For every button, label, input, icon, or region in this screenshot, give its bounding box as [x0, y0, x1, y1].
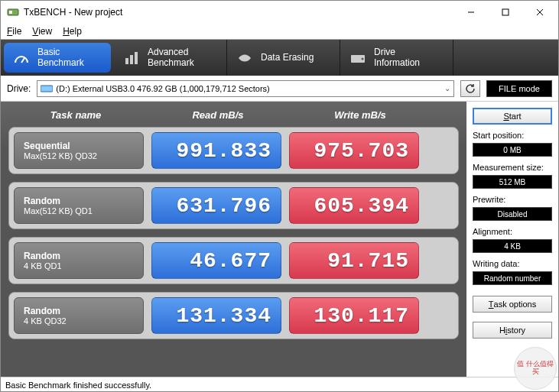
svg-rect-9 [135, 52, 138, 64]
file-mode-button[interactable]: FILE mode [486, 80, 552, 97]
drive-icon [348, 48, 368, 68]
alignment-value[interactable]: 4 KB [473, 239, 552, 253]
header-task: Task name [8, 109, 143, 121]
write-value: 605.394 [289, 187, 419, 224]
tab-label: DriveInformation [374, 47, 420, 69]
task-options-button[interactable]: Task options [473, 296, 552, 313]
menu-file[interactable]: File [7, 26, 21, 37]
start-position-value[interactable]: 0 MB [473, 143, 552, 157]
start-position-label: Start position: [473, 131, 552, 140]
status-text: Basic Benchmark finished successfully. [5, 381, 151, 390]
task-title: Random [24, 196, 134, 206]
svg-line-6 [21, 58, 24, 63]
drive-select[interactable]: (D:) External USB3.0 476.92 GB (1,000,17… [37, 80, 454, 97]
start-button[interactable]: Start [473, 108, 552, 125]
benchmark-row: Random4 KB QD146.67791.715 [8, 237, 459, 284]
tab-label: BasicBenchmark [37, 47, 84, 69]
refresh-icon [465, 83, 476, 94]
tab-label: Data Erasing [261, 53, 314, 63]
benchmark-row: Random4 KB QD32131.334130.117 [8, 292, 459, 339]
writing-data-value[interactable]: Random number [473, 271, 552, 285]
status-bar: Basic Benchmark finished successfully. [1, 377, 558, 392]
chart-icon [122, 48, 141, 68]
write-value: 91.715 [289, 242, 419, 279]
task-title: Sequential [24, 141, 134, 151]
svg-rect-1 [9, 11, 12, 14]
drive-label: Drive: [7, 83, 31, 94]
svg-rect-7 [125, 58, 128, 64]
tab-drive-information[interactable]: DriveInformation [340, 40, 453, 76]
minimize-button[interactable] [453, 2, 488, 23]
task-name-cell: RandomMax(512 KB) QD1 [14, 187, 144, 224]
measurement-size-label: Measurement size: [473, 163, 552, 172]
window-title: TxBENCH - New project [24, 7, 453, 18]
read-value: 46.677 [151, 242, 281, 279]
maximize-button[interactable] [488, 2, 522, 23]
history-button[interactable]: History [473, 322, 552, 339]
app-icon [7, 6, 19, 18]
read-value: 631.796 [151, 187, 281, 224]
svg-rect-12 [41, 86, 53, 92]
benchmark-row: SequentialMax(512 KB) QD32991.833975.703 [8, 127, 459, 174]
writing-data-label: Writing data: [473, 259, 552, 268]
gauge-icon [11, 48, 31, 68]
menu-bar: File View Help [1, 24, 558, 39]
tab-bar: BasicBenchmark AdvancedBenchmark Data Er… [1, 39, 558, 76]
benchmark-panel: Task name Read mB/s Write mB/s Sequentia… [1, 102, 466, 377]
svg-rect-8 [130, 55, 133, 64]
drive-value: (D:) External USB3.0 476.92 GB (1,000,17… [56, 84, 444, 93]
drive-toolbar: Drive: (D:) External USB3.0 476.92 GB (1… [1, 76, 558, 102]
task-title: Random [24, 251, 134, 261]
alignment-label: Alignment: [473, 227, 552, 236]
menu-help[interactable]: Help [63, 26, 82, 37]
measurement-size-value[interactable]: 512 MB [473, 175, 552, 189]
tab-basic-benchmark[interactable]: BasicBenchmark [4, 43, 111, 73]
watermark: 值 什么值得买 [514, 347, 557, 390]
header-write: Write mB/s [293, 109, 427, 121]
close-button[interactable] [522, 2, 557, 23]
erase-icon [235, 48, 255, 68]
tab-advanced-benchmark[interactable]: AdvancedBenchmark [114, 40, 227, 76]
write-value: 975.703 [289, 132, 419, 169]
task-name-cell: Random4 KB QD32 [14, 297, 144, 334]
task-subtitle: 4 KB QD1 [24, 261, 134, 271]
write-value: 130.117 [289, 297, 419, 334]
prewrite-label: Prewrite: [473, 195, 552, 204]
read-value: 131.334 [151, 297, 281, 334]
svg-rect-3 [502, 9, 509, 15]
tab-label: AdvancedBenchmark [148, 47, 194, 69]
task-title: Random [24, 306, 134, 316]
header-read: Read mB/s [151, 109, 285, 121]
chevron-down-icon: ⌄ [444, 84, 450, 92]
task-name-cell: SequentialMax(512 KB) QD32 [14, 132, 144, 169]
task-name-cell: Random4 KB QD1 [14, 242, 144, 279]
benchmark-row: RandomMax(512 KB) QD1631.796605.394 [8, 182, 459, 229]
read-value: 991.833 [151, 132, 281, 169]
refresh-button[interactable] [460, 80, 480, 97]
disk-icon [41, 84, 53, 93]
task-subtitle: 4 KB QD32 [24, 316, 134, 326]
side-panel: Start Start position: 0 MB Measurement s… [466, 102, 558, 377]
title-bar: TxBENCH - New project [1, 1, 558, 24]
menu-view[interactable]: View [32, 26, 52, 37]
prewrite-value[interactable]: Disabled [473, 207, 552, 221]
task-subtitle: Max(512 KB) QD32 [24, 151, 134, 160]
task-subtitle: Max(512 KB) QD1 [24, 206, 134, 215]
svg-point-11 [362, 57, 364, 60]
tab-data-erasing[interactable]: Data Erasing [227, 40, 340, 76]
